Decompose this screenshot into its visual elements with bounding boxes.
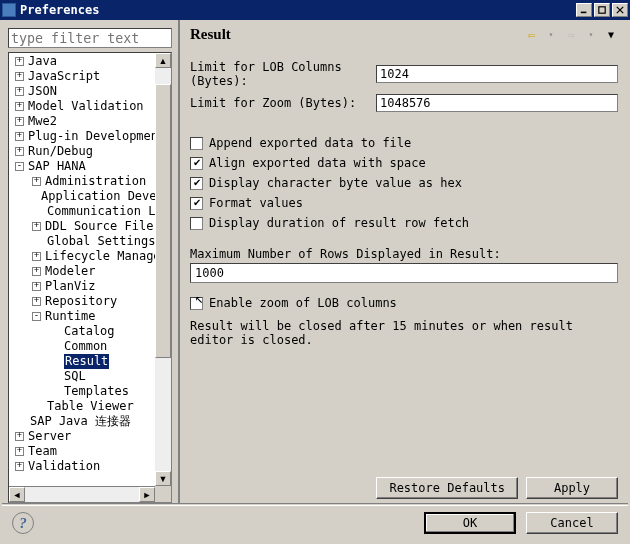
expand-icon[interactable]: + (32, 297, 41, 306)
align-checkbox[interactable] (190, 157, 203, 170)
collapse-icon[interactable]: - (15, 162, 24, 171)
tree-item-label: Repository (45, 294, 117, 309)
expand-icon[interactable]: + (32, 267, 41, 276)
tree-item-label: Common (64, 339, 107, 354)
tree-item[interactable]: +Plug-in Development (9, 129, 171, 144)
tree-item[interactable]: +Validation (9, 459, 171, 474)
tree-item[interactable]: -SAP HANA (9, 159, 171, 174)
tree-item[interactable]: +Repository (9, 294, 171, 309)
expand-icon[interactable]: + (15, 102, 24, 111)
expand-icon[interactable]: + (15, 432, 24, 441)
page-title: Result (190, 26, 231, 43)
append-label: Append exported data to file (209, 136, 411, 150)
tree-item[interactable]: SAP Java 连接器 (9, 414, 171, 429)
tree-item[interactable]: +Modeler (9, 264, 171, 279)
tree-item[interactable]: Table Viewer (9, 399, 171, 414)
expand-icon[interactable]: + (32, 222, 41, 231)
expand-icon[interactable]: + (15, 87, 24, 96)
expand-icon[interactable]: + (15, 462, 24, 471)
help-button[interactable]: ? (12, 512, 34, 534)
expand-icon[interactable]: + (32, 252, 41, 261)
tree-item[interactable]: +PlanViz (9, 279, 171, 294)
footer: ? OK Cancel (2, 503, 628, 542)
horizontal-scrollbar[interactable]: ◄ ► (9, 486, 155, 502)
expand-icon[interactable]: + (15, 72, 24, 81)
align-label: Align exported data with space (209, 156, 426, 170)
tree-item[interactable]: Templates (9, 384, 171, 399)
scroll-right-button[interactable]: ► (139, 487, 155, 502)
zoom-limit-input[interactable] (376, 94, 618, 112)
tree-item[interactable]: Result (9, 354, 171, 369)
tree-item-label: Administration (45, 174, 146, 189)
expand-icon[interactable]: + (15, 132, 24, 141)
menu-drop-icon[interactable]: ▼ (604, 28, 618, 42)
window-title: Preferences (20, 3, 576, 17)
preferences-tree[interactable]: +Java+JavaScript+JSON+Model Validation+M… (9, 53, 171, 475)
tree-item[interactable]: Catalog (9, 324, 171, 339)
tree-item-label: Validation (28, 459, 100, 474)
filter-input[interactable] (8, 28, 172, 48)
tree-item[interactable]: +Run/Debug (9, 144, 171, 159)
duration-checkbox[interactable] (190, 217, 203, 230)
forward-icon[interactable]: ⇨ (564, 28, 578, 42)
content-pane: Result ⇦ ▾ ⇨ ▾ ▼ Limit for LOB Columns (… (180, 20, 628, 503)
tree-item[interactable]: +Server (9, 429, 171, 444)
tree-item[interactable]: +Administration (9, 174, 171, 189)
tree-item[interactable]: +Java (9, 54, 171, 69)
expand-icon[interactable]: + (15, 57, 24, 66)
tree-item-label: Runtime (45, 309, 96, 324)
expand-icon[interactable]: + (32, 282, 41, 291)
zoom-limit-label: Limit for Zoom (Bytes): (190, 96, 376, 110)
expand-icon[interactable]: + (15, 447, 24, 456)
tree-item-label: Global Settings (47, 234, 155, 249)
tree-item[interactable]: +Team (9, 444, 171, 459)
tree-item[interactable]: +DDL Source File Ed (9, 219, 171, 234)
restore-defaults-button[interactable]: Restore Defaults (376, 477, 518, 499)
vertical-scrollbar[interactable]: ▲ ▼ (155, 53, 171, 486)
ok-button[interactable]: OK (424, 512, 516, 534)
tree-item[interactable]: Application Develo (9, 189, 171, 204)
maxrows-label: Maximum Number of Rows Displayed in Resu… (190, 247, 618, 261)
expand-icon[interactable]: + (15, 147, 24, 156)
tree-item-label: Model Validation (28, 99, 144, 114)
tree-item-label: Mwe2 (28, 114, 57, 129)
close-note: Result will be closed after 15 minutes o… (190, 319, 618, 347)
tree-item-label: Templates (64, 384, 129, 399)
tree-item[interactable]: +JavaScript (9, 69, 171, 84)
app-icon (2, 3, 16, 17)
scroll-up-button[interactable]: ▲ (155, 53, 171, 68)
scroll-down-button[interactable]: ▼ (155, 471, 171, 486)
tree-item-label: Catalog (64, 324, 115, 339)
tree-item[interactable]: +JSON (9, 84, 171, 99)
tree-item[interactable]: Common (9, 339, 171, 354)
tree-item[interactable]: +Model Validation (9, 99, 171, 114)
tree-item[interactable]: +Mwe2 (9, 114, 171, 129)
expand-icon[interactable]: + (32, 177, 41, 186)
enable-zoom-checkbox[interactable] (190, 297, 203, 310)
tree-item[interactable]: Global Settings (9, 234, 171, 249)
format-checkbox[interactable] (190, 197, 203, 210)
forward-drop-icon[interactable]: ▾ (584, 28, 598, 42)
minimize-button[interactable] (576, 3, 592, 17)
collapse-icon[interactable]: - (32, 312, 41, 321)
tree-item-label: SAP Java 连接器 (30, 414, 131, 429)
tree-item[interactable]: SQL (9, 369, 171, 384)
tree-item-label: Result (64, 354, 109, 369)
back-drop-icon[interactable]: ▾ (544, 28, 558, 42)
tree-item-label: Server (28, 429, 71, 444)
tree-item[interactable]: +Lifecycle Manageme (9, 249, 171, 264)
maxrows-input[interactable] (190, 263, 618, 283)
append-checkbox[interactable] (190, 137, 203, 150)
expand-icon[interactable]: + (15, 117, 24, 126)
maximize-button[interactable] (594, 3, 610, 17)
back-icon[interactable]: ⇦ (524, 28, 538, 42)
close-button[interactable] (612, 3, 628, 17)
tree-item[interactable]: Communication Log (9, 204, 171, 219)
scroll-left-button[interactable]: ◄ (9, 487, 25, 502)
tree-item[interactable]: -Runtime (9, 309, 171, 324)
hex-checkbox[interactable] (190, 177, 203, 190)
lob-limit-input[interactable] (376, 65, 618, 83)
scroll-thumb[interactable] (155, 84, 171, 358)
cancel-button[interactable]: Cancel (526, 512, 618, 534)
apply-button[interactable]: Apply (526, 477, 618, 499)
